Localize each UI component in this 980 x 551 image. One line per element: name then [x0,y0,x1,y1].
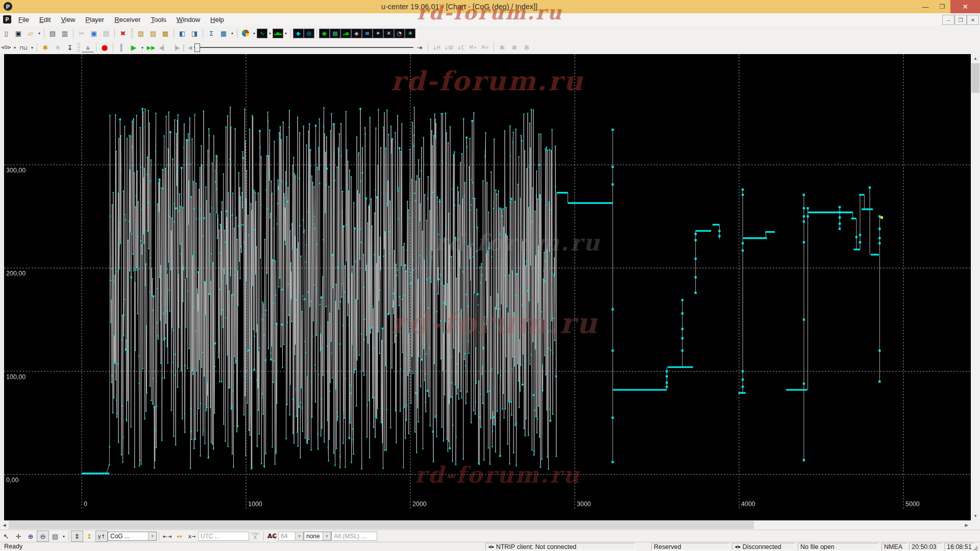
scroll-left-icon[interactable]: ◀ [0,520,9,530]
expand-vertical-button[interactable]: ↕ [83,531,95,542]
menu-item-file[interactable]: File [13,13,34,26]
chart-properties-button[interactable]: ▤ [49,531,61,542]
gear-button-3[interactable]: ✻ [521,42,533,53]
dock-layout-1-button[interactable]: ◧ [176,28,188,39]
chevron-down-icon[interactable]: ▼ [323,532,331,540]
packet-console-button[interactable]: ≡ [362,29,373,38]
chevron-down-icon[interactable]: ▼ [30,46,35,49]
paste-button[interactable]: ▤ [100,28,112,39]
histogram-button[interactable]: ▂▅▃ [273,29,283,38]
fit-horizontal-button[interactable]: ⇤⇥ [161,531,174,542]
menu-item-view[interactable]: View [56,13,80,26]
chevron-down-icon[interactable]: ▼ [148,532,156,540]
x-axis-button[interactable]: x→ [186,531,198,542]
menu-item-tools[interactable]: Tools [146,13,172,26]
slider-thumb[interactable] [194,43,200,52]
pointer-tool-button[interactable]: ↖ [0,531,12,542]
gear-button-1[interactable]: ✻ [496,42,508,53]
chevron-down-icon[interactable]: ▼ [12,46,17,49]
alt-series-field[interactable]: Alt (MSL) ... [331,532,377,541]
load-receiver-config-button[interactable]: M+ [479,42,492,53]
open-file-button[interactable]: ▱ [24,28,37,39]
chevron-down-icon[interactable]: ▼ [267,32,273,35]
create-logfile-button[interactable]: ▧ [135,28,147,39]
sync-x-button[interactable]: SYNCX [249,531,261,542]
sky-view-button[interactable]: ◈ [351,29,362,38]
menu-item-receiver[interactable]: Receiver [109,13,145,26]
points-combo[interactable]: 64▼ [278,532,304,541]
statistic-view-button[interactable]: ▂▅ [340,29,351,38]
close-button[interactable]: ✕ [950,0,980,13]
print-button[interactable]: ▤ [46,28,59,39]
firmware-update-button[interactable]: ↧ [64,42,76,53]
minimize-button[interactable]: — [917,0,934,13]
save-file-button[interactable]: ▣ [12,28,24,39]
autobaud-button[interactable]: ✱ [39,42,52,53]
expand-horizontal-button[interactable]: ↔ [174,531,186,542]
pause-button[interactable]: ║ [115,42,128,53]
chevron-down-icon[interactable]: ▼ [283,32,288,35]
skip-end-button[interactable]: ⇥ [413,42,426,53]
horizontal-scrollbar[interactable]: ◀ ▶ [0,520,971,530]
filter-combo[interactable]: none▼ [304,532,331,541]
binary-console-button[interactable]: ✕ [383,29,394,38]
satellite-position-view-button[interactable]: ◉ [319,29,330,38]
line-chart-button[interactable]: ∿ [257,29,267,38]
pan-tool-button[interactable]: ✛ [12,531,24,542]
coldstart-button[interactable]: ↓C [455,42,467,53]
play-button[interactable]: ▶ [128,42,140,53]
fast-forward-button[interactable]: ▶▶ [145,42,157,53]
record-button[interactable]: ● [99,42,111,53]
mdi-child-icon[interactable]: P [3,15,11,23]
scroll-up-icon[interactable]: ▲ [971,54,980,63]
camera-view-button[interactable]: ◔ [394,29,405,38]
map-view-button[interactable]: ◆ [293,29,304,38]
mdi-minimize-button[interactable]: – [942,15,954,25]
y-axis-button[interactable]: y↑ [95,531,108,542]
chart-area[interactable]: 0100020003000400050000,00100,00200,00300… [0,54,971,520]
step-forward-button[interactable]: ▕▶ [169,42,182,53]
pie-chart-button[interactable] [239,28,252,39]
chevron-down-icon[interactable]: ▼ [252,32,257,35]
hotstart-button[interactable]: ↓H [430,42,443,53]
step-back-button[interactable]: ◀▏ [157,42,169,53]
table-view-button[interactable]: ▦ [217,28,230,39]
chevron-down-icon[interactable]: ▼ [37,32,42,35]
skip-start-button[interactable]: ▏◀ [182,42,194,53]
menu-item-player[interactable]: Player [80,13,109,26]
convert-logfile-button[interactable]: ▨ [147,28,159,39]
chevron-down-icon[interactable]: ▼ [140,46,145,49]
debug-messages-button[interactable]: ✳ [52,42,64,53]
playback-slider[interactable] [194,42,413,53]
x-series-field[interactable]: UTC ... [198,532,249,541]
print-preview-button[interactable]: ▥ [59,28,71,39]
scroll-down-icon[interactable]: ▼ [971,512,980,520]
horizontal-scroll-thumb[interactable] [9,521,754,529]
scroll-right-icon[interactable]: ▶ [962,520,971,530]
zoom-out-button[interactable]: ⊖ [37,531,49,542]
copy-button[interactable]: ▣ [88,28,100,39]
restore-button[interactable]: ❐ [934,0,950,13]
zoom-in-button[interactable]: ⊕ [24,531,37,542]
antialiasing-button[interactable]: AC [266,531,278,542]
resize-grip[interactable]: ◢ [973,544,977,551]
cog-index-chart[interactable]: 0100020003000400050000,00100,00200,00300… [4,54,971,520]
vertical-scrollbar[interactable]: ▲ ▼ [971,54,980,520]
save-receiver-config-button[interactable]: M+ [467,42,479,53]
text-console-button[interactable]: ✶ [373,29,383,38]
chevron-down-icon[interactable]: ▼ [61,535,66,538]
warmstart-button[interactable]: ↓W [443,42,455,53]
split-logfile-button[interactable]: ▩ [159,28,172,39]
mdi-restore-button[interactable]: ❐ [954,15,967,25]
chevron-down-icon[interactable]: ▼ [230,32,235,35]
messages-view-button[interactable]: ▩ [330,29,340,38]
y-series-combo[interactable]: CoG ...▼ [108,532,157,541]
menu-item-help[interactable]: Help [205,13,229,26]
new-file-button[interactable]: ▯ [0,28,12,39]
configuration-view-button[interactable]: ✳ [405,29,415,38]
mdi-close-button[interactable]: ✕ [967,15,979,25]
menu-item-window[interactable]: Window [172,13,205,26]
gear-button-2[interactable]: ✻ [508,42,521,53]
fit-vertical-button[interactable]: ⇕ [71,531,83,542]
eject-button[interactable]: ▲ [82,43,94,53]
